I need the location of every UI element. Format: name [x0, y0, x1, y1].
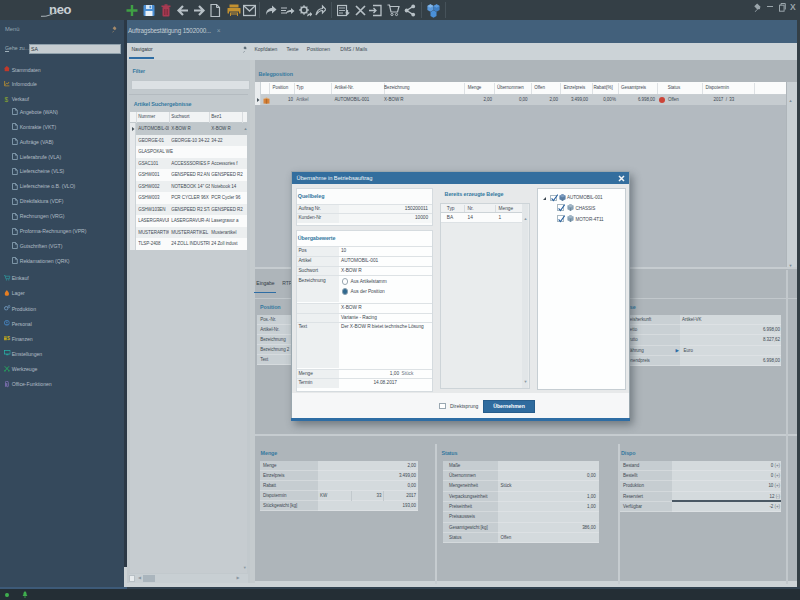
svg-text:$: $: [4, 96, 8, 103]
svg-text:$: $: [7, 335, 11, 341]
